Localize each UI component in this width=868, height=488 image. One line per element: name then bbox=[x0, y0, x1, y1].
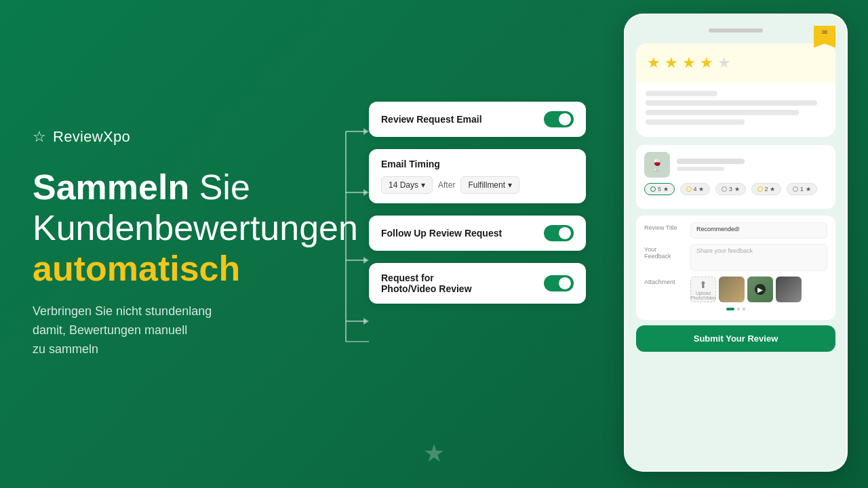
placeholder-lines bbox=[636, 83, 835, 137]
review-header-card: ★ ★ ★ ★ ★ bbox=[636, 43, 835, 137]
timing-after-label: After bbox=[438, 180, 455, 190]
follow-up-review-toggle[interactable] bbox=[544, 225, 574, 241]
attachment-area: ⬆ UploadPhoto/Video ▶ bbox=[690, 277, 827, 302]
review-title-input[interactable]: Recommended! bbox=[690, 222, 827, 239]
review-request-email-card: Review Request Email bbox=[369, 102, 586, 137]
text-line-1 bbox=[646, 91, 717, 96]
review-request-email-toggle[interactable] bbox=[544, 111, 574, 127]
filter-3star[interactable]: 3 ★ bbox=[715, 183, 746, 195]
phone-mockup: ★ ★ ★ ★ ★ 🍷 bbox=[624, 14, 848, 472]
headline-bold: Sammeln bbox=[33, 167, 189, 207]
filter-1star[interactable]: 1 ★ bbox=[787, 183, 817, 195]
filter-row: 5 ★ 4 ★ 3 ★ 2 ★ 1 ★ bbox=[644, 183, 827, 195]
star-5[interactable]: ★ bbox=[717, 54, 731, 72]
headline-highlight: automatisch bbox=[33, 249, 317, 289]
follow-up-review-card: Follow Up Review Request bbox=[369, 216, 586, 251]
text-line-4 bbox=[646, 119, 745, 125]
phone-notch bbox=[709, 28, 763, 33]
dot-active bbox=[726, 308, 734, 310]
reviewer-sub-placeholder bbox=[677, 167, 724, 171]
play-icon: ▶ bbox=[755, 284, 766, 295]
thumbnail-3[interactable] bbox=[776, 277, 802, 302]
filter-5star[interactable]: 5 ★ bbox=[644, 183, 675, 195]
subtext: Verbringen Sie nicht stundenlang damit, … bbox=[33, 303, 317, 360]
email-timing-card: Email Timing 14 Days ▾ After Fulfillment… bbox=[369, 149, 586, 203]
fulfillment-value: Fulfillment bbox=[468, 180, 505, 190]
days-select[interactable]: 14 Days ▾ bbox=[381, 176, 433, 194]
fulfillment-select[interactable]: Fulfillment ▾ bbox=[460, 176, 519, 194]
feedback-label: Your Feedback bbox=[644, 244, 685, 271]
filter-2star[interactable]: 2 ★ bbox=[751, 183, 782, 195]
logo-star-icon: ☆ bbox=[33, 128, 46, 146]
photo-video-review-label: Request forPhoto/Video Review bbox=[381, 272, 472, 294]
left-section: ☆ ReviewXpo Sammeln SieKundenbewertungen… bbox=[33, 128, 317, 359]
star-2[interactable]: ★ bbox=[665, 54, 678, 72]
workflow-section: Review Request Email Email Timing 14 Day… bbox=[332, 102, 586, 375]
days-chevron-icon: ▾ bbox=[421, 180, 425, 190]
filter-2star-label: 2 ★ bbox=[765, 186, 776, 192]
thumbnail-2[interactable]: ▶ bbox=[747, 277, 773, 302]
fulfillment-chevron-icon: ▾ bbox=[508, 180, 512, 190]
timing-controls: 14 Days ▾ After Fulfillment ▾ bbox=[381, 176, 574, 194]
filter-4star[interactable]: 4 ★ bbox=[680, 183, 711, 195]
filter-4star-label: 4 ★ bbox=[694, 186, 705, 192]
days-value: 14 Days bbox=[389, 180, 418, 190]
filter-3star-label: 3 ★ bbox=[729, 186, 740, 192]
stars-banner: ★ ★ ★ ★ ★ bbox=[636, 43, 835, 83]
review-form: Review Title Recommended! Your Feedback … bbox=[636, 216, 835, 320]
svg-marker-4 bbox=[363, 189, 369, 196]
thumbnail-1[interactable] bbox=[719, 277, 745, 302]
dot-2 bbox=[737, 308, 740, 310]
filter-1star-label: 1 ★ bbox=[800, 186, 811, 192]
upload-label: UploadPhoto/Video bbox=[690, 291, 716, 300]
follow-up-review-label: Follow Up Review Request bbox=[381, 228, 502, 239]
dot-3 bbox=[743, 308, 745, 310]
filter-dot-4 bbox=[686, 186, 692, 192]
filter-dot-1 bbox=[793, 186, 798, 192]
upload-icon: ⬆ bbox=[699, 279, 707, 290]
filter-5star-label: 5 ★ bbox=[658, 186, 669, 192]
photo-video-review-toggle[interactable] bbox=[544, 275, 574, 291]
text-line-2 bbox=[646, 100, 817, 106]
review-request-email-label: Review Request Email bbox=[381, 114, 482, 125]
star-3[interactable]: ★ bbox=[682, 54, 696, 72]
bookmark-icon bbox=[814, 43, 835, 52]
reviewer-row: 🍷 bbox=[644, 152, 827, 178]
attachment-row: Attachment ⬆ UploadPhoto/Video ▶ bbox=[644, 277, 827, 302]
decorative-star-icon: ★ bbox=[423, 439, 445, 468]
bracket-svg bbox=[332, 111, 369, 375]
reviewer-info bbox=[677, 159, 745, 171]
right-section: ★ ★ ★ ★ ★ 🍷 bbox=[624, 14, 854, 474]
submit-review-button[interactable]: Submit Your Review bbox=[636, 325, 835, 352]
cards-container: Review Request Email Email Timing 14 Day… bbox=[369, 102, 586, 304]
svg-marker-2 bbox=[363, 128, 369, 135]
star-1[interactable]: ★ bbox=[647, 54, 660, 72]
attachment-label: Attachment bbox=[644, 277, 685, 302]
feedback-placeholder: Share your feedback bbox=[696, 247, 753, 254]
text-line-3 bbox=[646, 110, 799, 115]
reviewer-item: 🍷 5 ★ 4 ★ 3 ★ bbox=[636, 145, 835, 209]
email-timing-label: Email Timing bbox=[381, 159, 574, 169]
filter-dot-5 bbox=[650, 186, 656, 192]
carousel-dots bbox=[644, 308, 827, 310]
review-title-row: Review Title Recommended! bbox=[644, 222, 827, 239]
upload-box[interactable]: ⬆ UploadPhoto/Video bbox=[690, 277, 716, 302]
reviewer-avatar: 🍷 bbox=[644, 152, 670, 178]
star-4[interactable]: ★ bbox=[700, 54, 713, 72]
filter-dot-3 bbox=[722, 186, 727, 192]
headline: Sammeln SieKundenbewertungen automatisch bbox=[33, 167, 317, 289]
svg-marker-8 bbox=[363, 318, 369, 325]
stars-row: ★ ★ ★ ★ ★ bbox=[647, 54, 731, 72]
photo-video-review-card: Request forPhoto/Video Review bbox=[369, 263, 586, 304]
svg-marker-6 bbox=[363, 257, 369, 264]
reviewer-name-placeholder bbox=[677, 159, 745, 164]
filter-dot-2 bbox=[757, 186, 763, 192]
feedback-row: Your Feedback Share your feedback bbox=[644, 244, 827, 271]
feedback-textarea[interactable]: Share your feedback bbox=[690, 244, 827, 271]
logo: ☆ ReviewXpo bbox=[33, 128, 317, 146]
review-title-label: Review Title bbox=[644, 222, 685, 239]
review-title-value: Recommended! bbox=[696, 226, 740, 232]
logo-text: ReviewXpo bbox=[53, 128, 130, 146]
